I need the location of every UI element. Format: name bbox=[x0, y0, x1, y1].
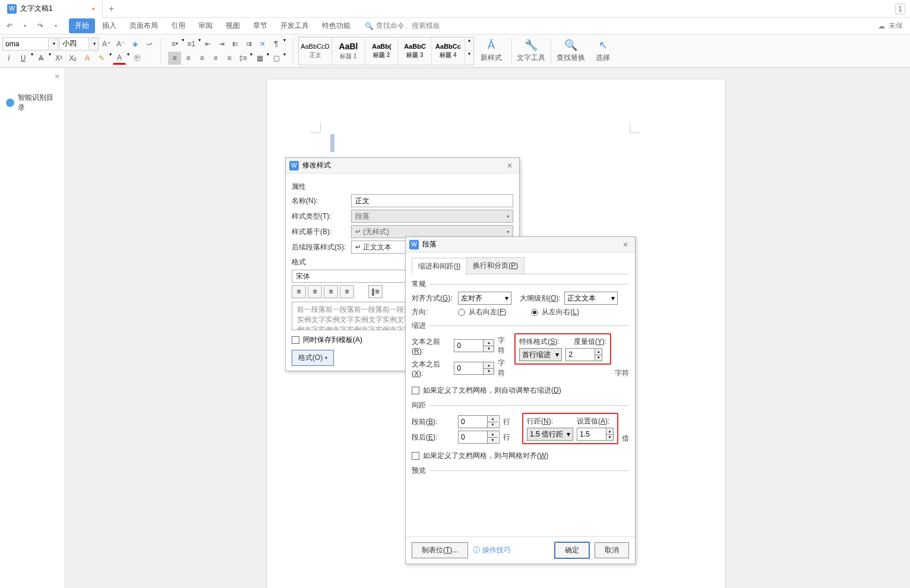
line-spacing-combo[interactable]: 1.5 倍行距▾ bbox=[527, 428, 573, 441]
style-heading4[interactable]: AaBbCc标题 4 bbox=[432, 37, 465, 65]
spin-down-icon[interactable]: ▼ bbox=[484, 346, 494, 352]
align-center-button[interactable]: ≡ bbox=[182, 52, 195, 65]
strikethrough-button[interactable]: A̶ bbox=[34, 52, 48, 65]
align-right-button[interactable]: ≡ bbox=[324, 285, 338, 298]
align-combo[interactable]: 左对齐▾ bbox=[458, 292, 511, 305]
indent-button[interactable]: ‖≡ bbox=[368, 285, 383, 298]
special-combo[interactable]: 首行缩进▾ bbox=[519, 348, 562, 361]
font-size-combo[interactable]: 小四 bbox=[59, 37, 89, 50]
spin-up-icon[interactable]: ▲ bbox=[488, 416, 498, 422]
spin-down-icon[interactable]: ▼ bbox=[484, 369, 494, 375]
find-replace-button[interactable]: 🔍查找替换 bbox=[556, 39, 586, 63]
menu-view[interactable]: 视图 bbox=[220, 18, 246, 33]
style-scroll[interactable]: ▴▾ bbox=[465, 37, 473, 65]
undo-button[interactable]: ↶ bbox=[2, 20, 17, 32]
name-input[interactable]: 正文 bbox=[351, 194, 513, 207]
menu-start[interactable]: 开始 bbox=[69, 18, 95, 33]
menu-dev-tools[interactable]: 开发工具 bbox=[274, 18, 315, 33]
spin-up-icon[interactable]: ▲ bbox=[595, 349, 602, 355]
menu-insert[interactable]: 插入 bbox=[96, 18, 122, 33]
before-para-spinner[interactable]: ▲▼ bbox=[458, 415, 500, 428]
change-case-icon[interactable]: ⤻ bbox=[143, 37, 156, 50]
font-name-arrow-icon[interactable]: ▾ bbox=[50, 37, 58, 50]
shading-button[interactable]: ▦ bbox=[253, 52, 266, 65]
add-tab-button[interactable]: + bbox=[103, 4, 121, 14]
command-search[interactable]: 🔍 查找命令、搜索模板 bbox=[365, 21, 440, 31]
format-dropdown-button[interactable]: 格式(O) ▾ bbox=[292, 350, 334, 366]
menu-section[interactable]: 章节 bbox=[247, 18, 273, 33]
highlight-dropdown-icon[interactable]: ▾ bbox=[109, 52, 112, 65]
spin-up-icon[interactable]: ▲ bbox=[484, 362, 494, 369]
spin-down-icon[interactable]: ▼ bbox=[595, 355, 602, 361]
menu-page-layout[interactable]: 页面布局 bbox=[124, 18, 164, 33]
tab-indent-spacing[interactable]: 缩进和间距(I) bbox=[412, 258, 467, 274]
align-distribute-button[interactable]: ≡ bbox=[223, 52, 236, 65]
before-text-value[interactable] bbox=[454, 340, 483, 352]
outdent-button[interactable]: ⇇ bbox=[229, 37, 242, 50]
spin-down-icon[interactable]: ▼ bbox=[488, 422, 498, 428]
style-normal[interactable]: AaBbCcD正文 bbox=[299, 37, 332, 65]
font-size-arrow-icon[interactable]: ▾ bbox=[90, 37, 99, 50]
before-para-value[interactable] bbox=[459, 416, 487, 428]
close-icon[interactable]: ✕ bbox=[54, 72, 60, 81]
indent-button[interactable]: ⇉ bbox=[242, 37, 255, 50]
font-color-button[interactable]: A bbox=[113, 52, 126, 65]
text-effect-button[interactable]: A bbox=[81, 52, 94, 65]
strike-dropdown-icon[interactable]: ▾ bbox=[49, 52, 51, 65]
spin-up-icon[interactable]: ▲ bbox=[484, 340, 494, 346]
underline-dropdown-icon[interactable]: ▾ bbox=[31, 52, 33, 65]
redo-dropdown-icon[interactable]: ▾ bbox=[49, 20, 63, 32]
auto-indent-checkbox[interactable] bbox=[412, 387, 419, 394]
font-color-dropdown-icon[interactable]: ▾ bbox=[127, 52, 129, 65]
after-text-value[interactable] bbox=[454, 362, 483, 374]
style-heading3[interactable]: AaBbC标题 3 bbox=[399, 37, 432, 65]
undo-dropdown-icon[interactable]: ▾ bbox=[18, 20, 32, 32]
after-para-value[interactable] bbox=[459, 431, 487, 443]
subscript-button[interactable]: X₂ bbox=[67, 52, 80, 65]
tips-link[interactable]: ⓘ操作技巧 bbox=[473, 545, 511, 555]
tab-line-page-breaks[interactable]: 换行和分页(P) bbox=[466, 257, 524, 274]
highlight-button[interactable]: ✎ bbox=[95, 52, 108, 65]
bullet-list-button[interactable]: ≡• bbox=[168, 37, 181, 50]
chevron-down-icon[interactable]: ▾ bbox=[267, 52, 269, 65]
align-justify-button[interactable]: ≡ bbox=[340, 285, 354, 298]
before-text-spinner[interactable]: ▲▼ bbox=[454, 339, 494, 352]
spin-down-icon[interactable]: ▼ bbox=[488, 438, 498, 444]
indent-increase-button[interactable]: ⇥ bbox=[215, 37, 228, 50]
chevron-down-icon[interactable]: ▾ bbox=[283, 52, 286, 65]
set-value-spinner[interactable]: ▲▼ bbox=[577, 428, 614, 441]
chevron-down-icon[interactable]: ▾ bbox=[283, 37, 286, 50]
align-left-button[interactable]: ≡ bbox=[292, 285, 306, 298]
close-icon[interactable]: ✕ bbox=[504, 162, 516, 170]
type-combo[interactable]: 段落▾ bbox=[351, 210, 513, 223]
ok-button[interactable]: 确定 bbox=[554, 542, 590, 559]
align-justify-button[interactable]: ≡ bbox=[209, 52, 222, 65]
border-button[interactable]: ▢ bbox=[270, 52, 283, 65]
cancel-button[interactable]: 取消 bbox=[595, 542, 629, 558]
new-style-button[interactable]: Ă新样式 bbox=[476, 39, 506, 63]
align-right-button[interactable]: ≡ bbox=[195, 52, 208, 65]
menu-reference[interactable]: 引用 bbox=[165, 18, 191, 33]
clear-format-icon[interactable]: ◈ bbox=[128, 37, 141, 50]
style-heading1[interactable]: AaBl标题 1 bbox=[332, 37, 365, 65]
line-spacing-button[interactable]: ‡≡ bbox=[236, 52, 249, 65]
set-value-value[interactable] bbox=[577, 428, 606, 440]
menu-special[interactable]: 特色功能 bbox=[316, 18, 356, 33]
after-text-spinner[interactable]: ▲▼ bbox=[454, 362, 494, 375]
chevron-down-icon[interactable]: ▾ bbox=[182, 37, 184, 50]
measure-spinner[interactable]: ▲▼ bbox=[565, 348, 602, 361]
spin-up-icon[interactable]: ▲ bbox=[488, 431, 498, 438]
chevron-down-icon[interactable]: ▾ bbox=[250, 52, 252, 65]
style-heading2[interactable]: AaBb(标题 2 bbox=[365, 37, 399, 65]
rtl-radio[interactable] bbox=[458, 309, 465, 316]
align-center-button[interactable]: ≡ bbox=[308, 285, 322, 298]
outline-combo[interactable]: 正文文本▾ bbox=[564, 292, 618, 305]
superscript-button[interactable]: X² bbox=[52, 52, 65, 65]
dialog-titlebar[interactable]: W 段落 ✕ bbox=[406, 237, 635, 252]
save-template-checkbox[interactable] bbox=[292, 336, 299, 344]
select-button[interactable]: ↖选择 bbox=[588, 39, 618, 63]
sort-button[interactable]: ✕ bbox=[256, 37, 269, 50]
menu-review[interactable]: 审阅 bbox=[192, 18, 219, 33]
align-left-button[interactable]: ≡ bbox=[168, 52, 181, 65]
ltr-radio[interactable] bbox=[531, 309, 538, 316]
